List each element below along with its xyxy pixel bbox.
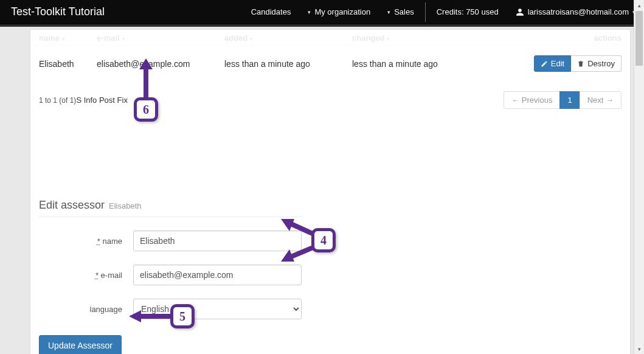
annotation-callout-6: 6: [134, 97, 158, 122]
col-header-added[interactable]: added▾: [224, 33, 352, 43]
pagination: ← Previous 1 Next →: [504, 91, 621, 109]
pencil-icon: [541, 60, 548, 68]
update-assessor-button[interactable]: Update Assessor: [39, 335, 122, 354]
nav-user-email: larissatroisans@hotmail.com: [528, 7, 629, 16]
scroll-down-icon[interactable]: ▾: [634, 344, 644, 354]
scrollbar[interactable]: ▴ ▾: [634, 0, 644, 354]
form-row-name: * name: [39, 231, 302, 251]
annotation-callout-4: 4: [311, 228, 336, 252]
cell-name: Elisabeth: [39, 59, 97, 69]
edit-assessor-form: Edit assessor Elisabeth * name * e-mail …: [30, 199, 310, 354]
nav-candidates[interactable]: Candidates: [243, 0, 300, 24]
nav-user-menu[interactable]: larissatroisans@hotmail.com ▾: [507, 0, 644, 24]
nav-candidates-label: Candidates: [251, 7, 291, 16]
form-title: Edit assessor Elisabeth: [39, 199, 302, 217]
form-row-email: * e-mail: [39, 265, 302, 285]
main-card: name▾ e-mail▾ added▾ changed▾ actions El…: [30, 29, 631, 354]
edit-button[interactable]: Edit: [534, 55, 571, 72]
nav-sales-label: Sales: [394, 7, 414, 16]
cell-actions: Edit Destroy: [534, 55, 621, 72]
nav-my-organization[interactable]: ▾ My organization: [299, 0, 379, 24]
table-row: Elisabeth elisabeth@example.com less tha…: [30, 46, 630, 78]
cell-email: elisabeth@example.com: [97, 59, 224, 69]
destroy-button-label: Destroy: [587, 59, 615, 68]
pagination-page-1[interactable]: 1: [559, 91, 580, 109]
cell-changed: less than a minute ago: [352, 59, 468, 69]
form-title-text: Edit assessor: [39, 199, 105, 211]
cell-added: less than a minute ago: [224, 59, 352, 69]
col-header-name[interactable]: name▾: [39, 33, 97, 43]
svg-marker-7: [129, 310, 141, 322]
language-label: language: [39, 305, 133, 314]
col-header-changed[interactable]: changed▾: [352, 33, 468, 43]
caret-down-icon: ▾: [308, 9, 311, 15]
user-icon: [516, 8, 524, 16]
col-header-email[interactable]: e-mail▾: [97, 33, 224, 43]
name-label: * name: [39, 237, 133, 246]
navbar-shadow: [0, 24, 644, 27]
required-marker: *: [97, 237, 100, 246]
nav-sales[interactable]: ▾ Sales: [379, 0, 423, 24]
submit-row: Update Assessor: [39, 335, 302, 354]
nav-credits-label: Credits: 750 used: [437, 7, 499, 16]
annotation-arrow-5: [128, 307, 176, 325]
edit-button-label: Edit: [551, 59, 564, 68]
col-header-actions: actions: [594, 33, 621, 43]
nav-separator: [425, 2, 426, 22]
svg-marker-1: [139, 58, 153, 69]
destroy-button[interactable]: Destroy: [571, 55, 621, 72]
caret-down-icon: ▾: [387, 9, 390, 15]
name-label-text: name: [102, 237, 122, 246]
table-header-row: name▾ e-mail▾ added▾ changed▾ actions: [30, 30, 630, 46]
annotation-arrow-6: [137, 58, 155, 102]
pagination-next[interactable]: Next →: [580, 91, 621, 109]
required-marker: *: [95, 271, 99, 280]
list-count: 1 to 1 (of 1): [39, 96, 76, 105]
form-subtitle: Elisabeth: [109, 201, 141, 210]
name-input[interactable]: [133, 231, 302, 251]
trash-icon: [577, 60, 584, 68]
pagination-prev[interactable]: ← Previous: [504, 91, 560, 109]
list-info-postfix: S Info Post Fix: [76, 95, 128, 105]
nav-my-org-label: My organization: [314, 7, 370, 16]
nav-right: Candidates ▾ My organization ▾ Sales Cre…: [243, 0, 644, 24]
annotation-callout-5: 5: [170, 304, 195, 328]
scroll-up-icon[interactable]: ▴: [634, 0, 644, 10]
brand-title[interactable]: Test-Toolkit Tutorial: [0, 5, 116, 18]
list-footer: 1 to 1 (of 1) S Info Post Fix ← Previous…: [30, 78, 630, 109]
scrollbar-thumb[interactable]: [635, 11, 643, 66]
email-label: * e-mail: [39, 271, 133, 280]
navbar: Test-Toolkit Tutorial Candidates ▾ My or…: [0, 0, 644, 24]
email-input[interactable]: [133, 265, 302, 285]
nav-credits[interactable]: Credits: 750 used: [428, 0, 507, 24]
email-label-text: e-mail: [101, 271, 122, 280]
